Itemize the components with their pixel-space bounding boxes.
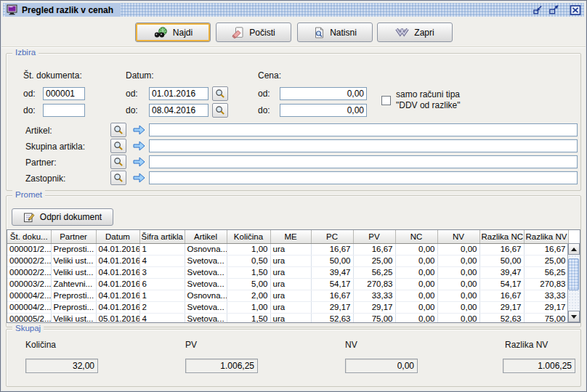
table-cell[interactable]: Zahtevni... (51, 278, 96, 290)
table-cell[interactable]: 54,17 (479, 278, 524, 290)
table-cell[interactable]: 16,67 (479, 290, 524, 301)
table-cell[interactable]: ura (270, 301, 311, 313)
column-header[interactable]: Datum (96, 230, 139, 243)
table-cell[interactable]: 000003/2... (7, 278, 51, 290)
table-cell[interactable]: 33,33 (524, 290, 568, 301)
column-header[interactable]: NC (395, 230, 437, 243)
skupina-lookup-button[interactable] (110, 139, 126, 153)
table-cell[interactable]: 75,00 (524, 313, 568, 323)
maximize-window-button[interactable] (547, 4, 560, 16)
table-cell[interactable]: 56,25 (524, 266, 568, 278)
table-cell[interactable]: 29,17 (524, 301, 568, 313)
table-cell[interactable]: 50,00 (311, 255, 353, 266)
table-row[interactable]: 000004/2...Preprosti...04.01.20161Osnovn… (7, 290, 568, 301)
table-cell[interactable]: 0,00 (437, 313, 479, 323)
blue-arrow-right-icon[interactable] (133, 172, 146, 184)
datum-od-input[interactable] (149, 87, 209, 100)
doc-od-input[interactable] (43, 87, 85, 100)
scroll-down-button[interactable] (568, 311, 580, 322)
table-cell[interactable]: 04.01.2016 (96, 301, 139, 313)
table-cell[interactable]: 2 (139, 301, 185, 313)
table-cell[interactable]: 000005/2... (7, 313, 51, 323)
table-cell[interactable]: 29,17 (479, 301, 524, 313)
title-bar[interactable]: Pregled razlik v cenah (3, 3, 584, 17)
table-row[interactable]: 000003/2...Zahtevni...04.01.20166Svetova… (7, 278, 568, 290)
table-cell[interactable]: Svetova... (185, 278, 227, 290)
table-cell[interactable]: 04.01.2016 (96, 290, 139, 301)
blue-arrow-right-icon[interactable] (133, 124, 146, 136)
table-cell[interactable]: 000001/2... (7, 243, 51, 255)
table-cell[interactable]: 1,50 (227, 313, 270, 323)
table-cell[interactable]: Veliki ust... (51, 266, 96, 278)
table-cell[interactable]: 52,63 (479, 313, 524, 323)
column-header[interactable]: PV (353, 230, 395, 243)
table-cell[interactable]: 270,83 (524, 278, 568, 290)
table-cell[interactable]: 0,00 (437, 278, 479, 290)
table-cell[interactable]: 29,17 (353, 301, 395, 313)
table-cell[interactable]: Osnovna... (185, 290, 227, 301)
table-cell[interactable]: 000002/2... (7, 266, 51, 278)
datum-do-lookup-button[interactable] (212, 103, 228, 118)
zastopnik-lookup-button[interactable] (110, 171, 126, 185)
table-cell[interactable]: 0,00 (437, 290, 479, 301)
table-cell[interactable]: Svetova... (185, 301, 227, 313)
table-cell[interactable]: 16,67 (479, 243, 524, 255)
table-cell[interactable]: 0,00 (395, 301, 437, 313)
table-cell[interactable]: Preprosti... (51, 290, 96, 301)
table-cell[interactable]: 0,00 (437, 266, 479, 278)
artikel-lookup-button[interactable] (110, 123, 126, 137)
table-cell[interactable]: 5,00 (227, 278, 270, 290)
table-cell[interactable]: Svetova... (185, 255, 227, 266)
ddv-checkbox[interactable] (381, 96, 391, 105)
table-cell[interactable]: 0,00 (395, 266, 437, 278)
table-cell[interactable]: 04.01.2016 (96, 266, 139, 278)
odpri-dokument-button[interactable]: Odpri dokument (12, 208, 113, 226)
table-cell[interactable]: 75,00 (353, 313, 395, 323)
table-cell[interactable]: 0,00 (437, 243, 479, 255)
column-header[interactable]: Razlika NC (479, 230, 524, 243)
table-cell[interactable]: 000004/2... (7, 301, 51, 313)
table-cell[interactable]: 0,00 (437, 301, 479, 313)
table-cell[interactable]: 29,17 (311, 301, 353, 313)
table-cell[interactable]: 04.01.2016 (96, 255, 139, 266)
table-cell[interactable]: ura (270, 278, 311, 290)
table-row[interactable]: 000001/2...Preprosti...04.01.20161Osnovn… (7, 243, 568, 255)
column-header[interactable]: Šifra artikla (139, 230, 185, 243)
table-cell[interactable]: 0,50 (227, 255, 270, 266)
table-cell[interactable]: 04.01.2016 (96, 243, 139, 255)
table-cell[interactable]: Preprosti... (51, 301, 96, 313)
cena-od-input[interactable] (280, 87, 367, 100)
column-header[interactable]: Št. doku... (7, 230, 51, 243)
column-header[interactable]: Partner (51, 230, 96, 243)
table-cell[interactable]: Veliki ust... (51, 313, 96, 323)
table-cell[interactable]: 1,00 (227, 243, 270, 255)
table-cell[interactable]: ura (270, 266, 311, 278)
table-cell[interactable]: ura (270, 243, 311, 255)
table-cell[interactable]: 1,50 (227, 266, 270, 278)
table-cell[interactable]: 2,00 (227, 290, 270, 301)
table-row[interactable]: 000004/2...Preprosti...04.01.20162Svetov… (7, 301, 568, 313)
table-cell[interactable]: Veliki ust... (51, 255, 96, 266)
column-header[interactable]: NV (437, 230, 479, 243)
table-cell[interactable]: 4 (139, 255, 185, 266)
table-cell[interactable]: ura (270, 255, 311, 266)
table-cell[interactable]: 16,67 (524, 243, 568, 255)
table-cell[interactable]: 25,00 (524, 255, 568, 266)
table-cell[interactable]: 4 (139, 313, 185, 323)
datum-od-lookup-button[interactable] (212, 86, 228, 101)
pocisti-button[interactable]: Počisti (216, 23, 291, 42)
table-cell[interactable]: 39,47 (311, 266, 353, 278)
table-cell[interactable]: 1,00 (227, 301, 270, 313)
table-cell[interactable]: 39,47 (479, 266, 524, 278)
table-row[interactable]: 000002/2...Veliki ust...04.01.20163Sveto… (7, 266, 568, 278)
table-cell[interactable]: 3 (139, 266, 185, 278)
vertical-scrollbar[interactable] (567, 243, 580, 322)
table-cell[interactable]: 0,00 (395, 313, 437, 323)
table-row[interactable]: 000005/2...Veliki ust...05.01.20164Sveto… (7, 313, 568, 323)
partner-input[interactable] (149, 155, 578, 168)
table-cell[interactable]: 05.01.2016 (96, 313, 139, 323)
doc-do-input[interactable] (43, 104, 85, 117)
column-header[interactable]: Razlika NV (524, 230, 568, 243)
table-cell[interactable]: 16,67 (353, 243, 395, 255)
table-cell[interactable]: ura (270, 290, 311, 301)
